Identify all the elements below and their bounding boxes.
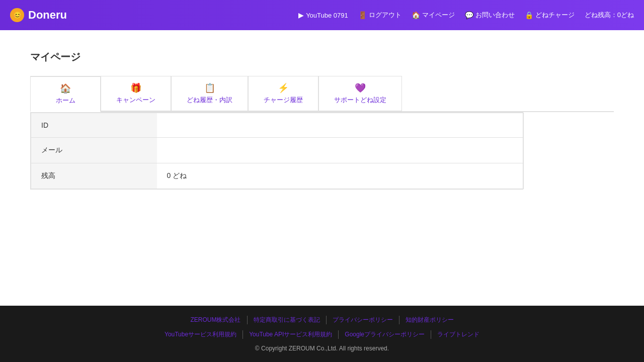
header: 😊 Doneru ▶ YouTube 0791 🚪 ログアウト 🏠 マイページ … xyxy=(0,0,644,30)
tab-charge-history[interactable]: ⚡ チャージ履歴 xyxy=(248,76,318,111)
user-info-table: ID メール 残高 0 どね xyxy=(30,112,523,190)
nav-charge-label: どねチャージ xyxy=(535,11,575,20)
footer-links-row1: ZEROUM株式会社 特定商取引に基づく表記 プライバシーポリシー 知的財産ポリ… xyxy=(10,316,634,324)
footer-link-company[interactable]: ZEROUM株式会社 xyxy=(185,316,247,324)
tab-support-icon: 💜 xyxy=(355,82,366,94)
logo-text: Doneru xyxy=(28,9,67,22)
tab-campaign-icon: 🎁 xyxy=(130,82,141,94)
tab-history[interactable]: 📋 どね履歴・内訳 xyxy=(171,76,248,111)
charge-icon: 🔒 xyxy=(525,11,533,19)
tab-home-icon: 🏠 xyxy=(60,83,71,94)
label-balance: 残高 xyxy=(31,163,157,189)
tabs: 🏠 ホーム 🎁 キャンペーン 📋 どね履歴・内訳 ⚡ チャージ履歴 💜 サポート… xyxy=(30,76,614,112)
table-row: ID xyxy=(31,113,524,138)
footer-copyright: © Copyright ZEROUM Co.,Ltd. All rights r… xyxy=(10,345,634,352)
tab-charge-history-label: チャージ履歴 xyxy=(264,96,303,105)
tab-home[interactable]: 🏠 ホーム xyxy=(30,76,101,112)
value-balance: 0 どね xyxy=(157,163,524,189)
tab-home-label: ホーム xyxy=(56,96,75,105)
tab-history-icon: 📋 xyxy=(204,82,215,94)
main-content: マイページ 🏠 ホーム 🎁 キャンペーン 📋 どね履歴・内訳 ⚡ チャージ履歴 … xyxy=(0,30,644,306)
tab-campaign[interactable]: 🎁 キャンペーン xyxy=(101,76,171,111)
home-icon: 🏠 xyxy=(412,11,420,19)
label-id: ID xyxy=(31,113,157,138)
nav-logout[interactable]: 🚪 ログアウト xyxy=(358,11,401,20)
footer-link-live-trend[interactable]: ライブトレンド xyxy=(431,330,486,339)
tab-support[interactable]: 💜 サポートどね設定 xyxy=(318,76,402,111)
nav-balance: どね残高：0どね xyxy=(585,11,634,20)
value-id xyxy=(157,113,524,138)
nav-mypage-label: マイページ xyxy=(422,11,455,20)
nav-youtube[interactable]: ▶ YouTube 0791 xyxy=(298,11,348,19)
tab-campaign-label: キャンペーン xyxy=(116,96,155,105)
footer-link-ip[interactable]: 知的財産ポリシー xyxy=(399,316,460,324)
footer-link-yt-terms[interactable]: YouTubeサービス利用規約 xyxy=(158,330,243,339)
logo-icon: 😊 xyxy=(10,8,24,22)
value-email xyxy=(157,138,524,163)
footer-link-specified-commercial[interactable]: 特定商取引に基づく表記 xyxy=(247,316,326,324)
tab-support-label: サポートどね設定 xyxy=(334,96,386,105)
table-row: メール xyxy=(31,138,524,163)
tab-history-label: どね履歴・内訳 xyxy=(187,96,232,105)
label-email: メール xyxy=(31,138,157,163)
nav-logout-label: ログアウト xyxy=(369,11,401,20)
youtube-icon: ▶ xyxy=(298,11,304,19)
logo: 😊 Doneru xyxy=(10,8,67,22)
nav-contact[interactable]: 💬 お問い合わせ xyxy=(465,11,515,20)
footer: ZEROUM株式会社 特定商取引に基づく表記 プライバシーポリシー 知的財産ポリ… xyxy=(0,306,644,362)
tab-charge-history-icon: ⚡ xyxy=(278,82,289,94)
footer-link-privacy[interactable]: プライバシーポリシー xyxy=(326,316,399,324)
contact-icon: 💬 xyxy=(465,11,473,19)
nav-charge[interactable]: 🔒 どねチャージ xyxy=(525,11,575,20)
nav-balance-label: どね残高：0どね xyxy=(585,11,634,20)
nav-mypage[interactable]: 🏠 マイページ xyxy=(412,11,455,20)
page-title: マイページ xyxy=(30,50,614,64)
table-row: 残高 0 どね xyxy=(31,163,524,189)
info-table: ID メール 残高 0 どね xyxy=(31,113,524,189)
footer-link-yt-api[interactable]: YouTube APIサービス利用規約 xyxy=(243,330,338,339)
nav-contact-label: お問い合わせ xyxy=(475,11,515,20)
logout-icon: 🚪 xyxy=(358,11,367,19)
header-nav: ▶ YouTube 0791 🚪 ログアウト 🏠 マイページ 💬 お問い合わせ … xyxy=(298,11,634,20)
footer-link-google-privacy[interactable]: Googleプライバシーポリシー xyxy=(338,330,431,339)
footer-links-row2: YouTubeサービス利用規約 YouTube APIサービス利用規約 Goog… xyxy=(10,330,634,339)
nav-youtube-label: YouTube 0791 xyxy=(306,12,348,19)
